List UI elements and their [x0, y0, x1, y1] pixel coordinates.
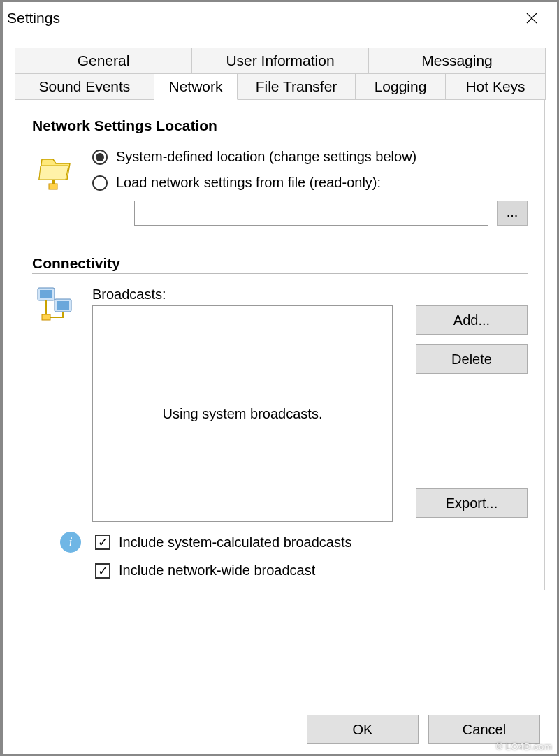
radio-icon — [92, 150, 108, 165]
connectivity-section: Connectivity — [32, 255, 528, 579]
broadcasts-label: Broadcasts: — [92, 286, 528, 303]
checkbox-include-networkwide[interactable]: ✓ Include network-wide broadcast — [95, 562, 528, 579]
connectivity-content: Broadcasts: Using system broadcasts. Add… — [92, 286, 528, 522]
section-header-location: Network Settings Location — [32, 117, 528, 136]
tab-row-2: Sound Events Network File Transfer Loggi… — [15, 73, 545, 99]
delete-button[interactable]: Delete — [416, 344, 528, 374]
close-icon — [526, 13, 537, 24]
browse-button[interactable]: ... — [497, 201, 528, 226]
tab-row-1: General User Information Messaging — [15, 48, 545, 73]
svg-rect-5 — [49, 184, 57, 189]
checkbox-include-system[interactable]: i ✓ Include system-calculated broadcasts — [60, 532, 528, 553]
broadcasts-row: Using system broadcasts. Add... Delete E… — [92, 305, 528, 522]
window-title: Settings — [7, 10, 60, 27]
tab-panel-network: Network Settings Location Syst — [15, 99, 545, 590]
section-header-connectivity: Connectivity — [32, 255, 528, 274]
tab-hot-keys[interactable]: Hot Keys — [445, 73, 546, 100]
tab-messaging[interactable]: Messaging — [368, 48, 546, 74]
checkbox-icon: ✓ — [95, 535, 110, 550]
svg-rect-10 — [42, 314, 50, 320]
checkbox-system-label: Include system-calculated broadcasts — [119, 535, 352, 551]
tab-user-information[interactable]: User Information — [191, 48, 369, 74]
tab-general[interactable]: General — [15, 48, 192, 74]
tab-network[interactable]: Network — [154, 73, 238, 100]
tab-sound-events[interactable]: Sound Events — [15, 73, 154, 100]
svg-marker-3 — [39, 166, 68, 180]
cancel-button[interactable]: Cancel — [428, 715, 540, 744]
listbox-placeholder: Using system broadcasts. — [163, 406, 323, 422]
ok-button[interactable]: OK — [307, 715, 419, 744]
svg-rect-7 — [40, 290, 52, 298]
titlebar: Settings — [3, 2, 557, 34]
location-options: System-defined location (change settings… — [92, 149, 528, 226]
radio-file-label: Load network settings from file (read-on… — [116, 175, 381, 191]
radio-system-label: System-defined location (change settings… — [116, 149, 416, 165]
connectivity-row: Broadcasts: Using system broadcasts. Add… — [32, 286, 528, 522]
export-button[interactable]: Export... — [416, 488, 528, 518]
network-computers-icon — [32, 286, 92, 326]
file-path-row: ... — [134, 201, 528, 226]
radio-load-from-file[interactable]: Load network settings from file (read-on… — [92, 175, 528, 191]
tab-logging[interactable]: Logging — [355, 73, 446, 100]
radio-icon — [92, 175, 108, 191]
broadcasts-listbox[interactable]: Using system broadcasts. — [92, 305, 393, 522]
add-button[interactable]: Add... — [416, 305, 528, 335]
file-path-input[interactable] — [134, 201, 488, 226]
close-button[interactable] — [511, 4, 553, 32]
footer-buttons: OK Cancel — [307, 715, 540, 744]
window-body: General User Information Messaging Sound… — [3, 34, 557, 754]
tab-file-transfer[interactable]: File Transfer — [237, 73, 356, 100]
location-section: System-defined location (change settings… — [32, 149, 528, 226]
settings-window: Settings General User Information Messag… — [2, 1, 558, 755]
folder-network-icon — [32, 149, 92, 191]
info-icon: i — [60, 532, 81, 553]
broadcast-buttons: Add... Delete Export... — [393, 305, 528, 522]
checkbox-networkwide-label: Include network-wide broadcast — [119, 562, 315, 579]
svg-rect-9 — [57, 301, 69, 310]
checkbox-icon: ✓ — [95, 563, 110, 579]
radio-system-defined[interactable]: System-defined location (change settings… — [92, 149, 528, 165]
tab-container: General User Information Messaging Sound… — [14, 47, 546, 591]
